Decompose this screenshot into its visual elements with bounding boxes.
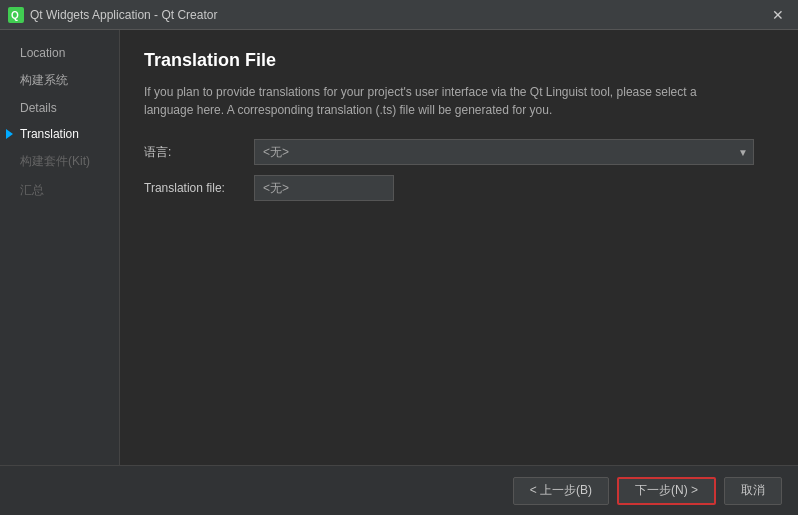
content-area: Translation File If you plan to provide … [120,30,798,515]
title-bar: Q Qt Widgets Application - Qt Creator ✕ [0,0,798,30]
sidebar-item-location[interactable]: Location [0,40,119,66]
language-row: 语言: <无> ▼ [144,139,774,165]
sidebar-item-details[interactable]: Details [0,95,119,121]
translation-file-label: Translation file: [144,181,254,195]
sidebar-item-label: 构建套件(Kit) [20,153,90,170]
close-button[interactable]: ✕ [766,5,790,25]
back-button[interactable]: < 上一步(B) [513,477,609,505]
language-select-wrapper: <无> ▼ [254,139,754,165]
svg-text:Q: Q [11,10,19,21]
sidebar-item-kit: 构建套件(Kit) [0,147,119,176]
title-bar-left: Q Qt Widgets Application - Qt Creator [8,7,217,23]
translation-file-input[interactable] [254,175,394,201]
sidebar-item-build-system[interactable]: 构建系统 [0,66,119,95]
sidebar-item-label: 构建系统 [20,72,68,89]
next-button[interactable]: 下一步(N) > [617,477,716,505]
sidebar: Location 构建系统 Details Translation 构建套件(K… [0,30,120,515]
title-bar-text: Qt Widgets Application - Qt Creator [30,8,217,22]
language-select[interactable]: <无> [254,139,754,165]
page-title: Translation File [144,50,774,71]
dialog-body: Location 构建系统 Details Translation 构建套件(K… [0,30,798,515]
sidebar-item-label: Location [20,46,65,60]
footer: < 上一步(B) 下一步(N) > 取消 [0,465,798,515]
language-label: 语言: [144,144,254,161]
page-description: If you plan to provide translations for … [144,83,724,119]
translation-file-row: Translation file: [144,175,774,201]
sidebar-item-translation[interactable]: Translation [0,121,119,147]
sidebar-item-label: Translation [20,127,79,141]
sidebar-item-summary: 汇总 [0,176,119,205]
sidebar-item-label: Details [20,101,57,115]
cancel-button[interactable]: 取消 [724,477,782,505]
sidebar-item-label: 汇总 [20,182,44,199]
app-icon: Q [8,7,24,23]
